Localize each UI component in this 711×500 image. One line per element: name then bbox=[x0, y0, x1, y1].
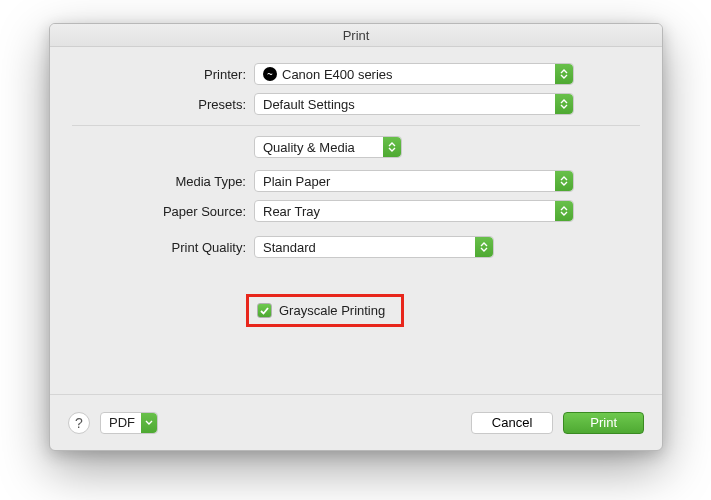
checkmark-icon bbox=[259, 305, 270, 316]
printer-label: Printer: bbox=[72, 67, 254, 82]
chevron-updown-icon bbox=[383, 137, 401, 157]
grayscale-checkbox[interactable] bbox=[257, 303, 272, 318]
presets-select[interactable]: Default Settings bbox=[254, 93, 574, 115]
section-select[interactable]: Quality & Media bbox=[254, 136, 402, 158]
printer-select[interactable]: ~ Canon E400 series bbox=[254, 63, 574, 85]
chevron-updown-icon bbox=[555, 94, 573, 114]
help-icon: ? bbox=[75, 415, 83, 431]
pdf-menu[interactable]: PDF bbox=[100, 412, 158, 434]
chevron-updown-icon bbox=[555, 201, 573, 221]
printer-status-icon: ~ bbox=[263, 67, 277, 81]
print-quality-label: Print Quality: bbox=[72, 240, 254, 255]
print-quality-select[interactable]: Standard bbox=[254, 236, 494, 258]
chevron-updown-icon bbox=[555, 64, 573, 84]
cancel-label: Cancel bbox=[492, 415, 532, 430]
dialog-title: Print bbox=[343, 28, 370, 43]
media-type-value: Plain Paper bbox=[263, 174, 330, 189]
presets-value: Default Settings bbox=[263, 97, 355, 112]
print-button[interactable]: Print bbox=[563, 412, 644, 434]
chevron-down-icon bbox=[141, 413, 157, 433]
printer-value: Canon E400 series bbox=[282, 67, 393, 82]
pdf-label: PDF bbox=[109, 415, 135, 430]
grayscale-label: Grayscale Printing bbox=[279, 303, 385, 318]
divider bbox=[72, 125, 640, 126]
help-button[interactable]: ? bbox=[68, 412, 90, 434]
titlebar: Print bbox=[50, 24, 662, 47]
media-type-select[interactable]: Plain Paper bbox=[254, 170, 574, 192]
print-quality-value: Standard bbox=[263, 240, 316, 255]
grayscale-highlight: Grayscale Printing bbox=[246, 294, 404, 327]
dialog-content: Printer: ~ Canon E400 series Presets: De… bbox=[50, 47, 662, 327]
chevron-updown-icon bbox=[555, 171, 573, 191]
print-dialog: Print Printer: ~ Canon E400 series Prese… bbox=[49, 23, 663, 451]
chevron-updown-icon bbox=[475, 237, 493, 257]
section-value: Quality & Media bbox=[263, 140, 355, 155]
paper-source-select[interactable]: Rear Tray bbox=[254, 200, 574, 222]
paper-source-label: Paper Source: bbox=[72, 204, 254, 219]
paper-source-value: Rear Tray bbox=[263, 204, 320, 219]
print-label: Print bbox=[590, 415, 617, 430]
cancel-button[interactable]: Cancel bbox=[471, 412, 553, 434]
presets-label: Presets: bbox=[72, 97, 254, 112]
media-type-label: Media Type: bbox=[72, 174, 254, 189]
dialog-footer: ? PDF Cancel Print bbox=[50, 394, 662, 450]
